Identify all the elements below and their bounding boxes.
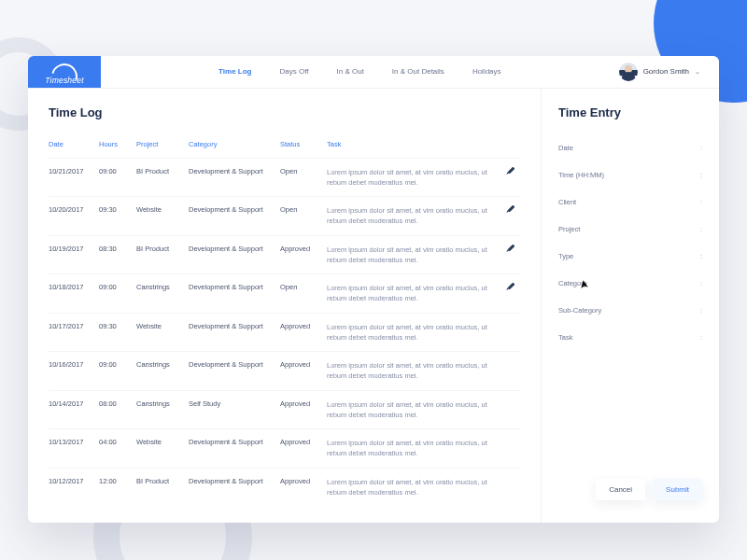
time-log-panel: Time Log Date Hours Project Category Sta…: [28, 89, 542, 524]
cell-edit: [503, 468, 520, 506]
col-task[interactable]: Task: [327, 134, 503, 159]
form-field-client[interactable]: Client:: [558, 189, 702, 216]
cell-edit: [503, 313, 520, 352]
cell-edit[interactable]: [503, 197, 520, 236]
cell-category: Development & Support: [189, 429, 280, 469]
submit-button[interactable]: Submit: [653, 479, 702, 500]
form-field-category[interactable]: Category:: [558, 270, 702, 297]
col-category[interactable]: Category: [189, 134, 280, 159]
cell-status: Approved: [280, 313, 327, 352]
cell-project: Website: [136, 197, 189, 236]
cell-date: 10/16/2017: [49, 352, 99, 391]
form-field-date[interactable]: Date:: [558, 134, 702, 161]
table-row[interactable]: 10/12/201712:00BI ProductDevelopment & S…: [49, 468, 520, 506]
cell-task: Lorem ipsum dolor sit amet, at vim orati…: [327, 313, 503, 352]
table-row[interactable]: 10/16/201709:00CanstringsDevelopment & S…: [49, 352, 520, 391]
cell-category: Development & Support: [189, 468, 280, 506]
cell-task: Lorem ipsum dolor sit amet, at vim orati…: [327, 429, 503, 469]
cell-hours: 12:00: [99, 468, 136, 506]
cell-hours: 08:00: [99, 390, 136, 429]
avatar: [619, 63, 638, 81]
col-status[interactable]: Status: [280, 134, 327, 159]
field-label: Category: [558, 279, 586, 287]
cell-task: Lorem ipsum dolor sit amet, at vim orati…: [327, 468, 503, 506]
field-label: Date: [558, 144, 573, 152]
form-field-sub-category[interactable]: Sub-Category:: [558, 297, 702, 324]
form-field-task[interactable]: Task:: [558, 324, 702, 351]
cell-status: Approved: [280, 468, 327, 506]
nav-item-time-log[interactable]: Time Log: [218, 67, 251, 76]
pencil-icon[interactable]: [504, 203, 516, 216]
content: Time Log Date Hours Project Category Sta…: [28, 89, 719, 524]
cell-category: Development & Support: [189, 158, 280, 197]
table-row[interactable]: 10/18/201709:00CanstringsDevelopment & S…: [49, 274, 520, 314]
time-entry-panel: Time Entry Date:Time (HH:MM):Client:Proj…: [542, 89, 719, 524]
table-row[interactable]: 10/13/201704:00WebsiteDevelopment & Supp…: [49, 429, 520, 469]
cell-status: Approved: [280, 429, 327, 469]
cell-date: 10/21/2017: [49, 158, 99, 197]
cell-hours: 09:30: [99, 313, 136, 352]
cell-status: Open: [280, 274, 327, 314]
field-value: :: [700, 144, 702, 152]
cell-hours: 09:00: [99, 274, 136, 314]
pencil-icon[interactable]: [504, 281, 516, 293]
nav-item-days-off[interactable]: Days Off: [280, 67, 309, 76]
col-hours[interactable]: Hours: [99, 134, 136, 159]
field-label: Sub-Category: [558, 306, 601, 315]
side-title: Time Entry: [558, 105, 702, 119]
cell-task: Lorem ipsum dolor sit amet, at vim orati…: [327, 235, 503, 274]
nav-item-in-out-details[interactable]: In & Out Details: [392, 67, 444, 76]
form-field-type[interactable]: Type:: [558, 243, 702, 270]
form-actions: Cancel Submit: [558, 479, 702, 506]
cell-hours: 04:00: [99, 429, 136, 469]
pencil-icon[interactable]: [504, 243, 516, 255]
form-field-time-hh-mm-[interactable]: Time (HH:MM):: [558, 161, 702, 189]
nav-item-holidays[interactable]: Holidays: [472, 67, 501, 76]
cell-date: 10/20/2017: [49, 197, 99, 236]
table-row[interactable]: 10/21/201709:00BI ProductDevelopment & S…: [49, 158, 520, 197]
cell-task: Lorem ipsum dolor sit amet, at vim orati…: [327, 197, 503, 236]
cell-category: Development & Support: [189, 197, 280, 236]
cell-category: Development & Support: [189, 235, 280, 274]
cell-date: 10/19/2017: [49, 235, 99, 274]
table-row[interactable]: 10/19/201708:30BI ProductDevelopment & S…: [49, 235, 520, 274]
nav-item-in-out[interactable]: In & Out: [336, 67, 363, 76]
field-label: Time (HH:MM): [558, 171, 604, 179]
cancel-button[interactable]: Cancel: [596, 479, 645, 500]
field-value: :: [700, 306, 702, 315]
user-menu[interactable]: Gordon Smith ⌄: [619, 56, 719, 88]
col-project[interactable]: Project: [136, 134, 189, 159]
pencil-icon[interactable]: [504, 165, 516, 177]
field-value: :: [700, 225, 702, 233]
chevron-down-icon: ⌄: [695, 68, 700, 76]
field-label: Type: [558, 252, 573, 260]
cell-date: 10/14/2017: [49, 390, 99, 429]
table-row[interactable]: 10/14/201708:00CanstringsSelf StudyAppro…: [49, 390, 520, 429]
cell-category: Development & Support: [189, 313, 280, 352]
cell-edit[interactable]: [503, 235, 520, 274]
field-label: Client: [558, 198, 576, 206]
cell-hours: 08:30: [99, 235, 136, 274]
cell-status: Open: [280, 158, 327, 197]
table-row[interactable]: 10/17/201709:30WebsiteDevelopment & Supp…: [49, 313, 520, 352]
cell-hours: 09:30: [99, 197, 136, 236]
cell-status: Approved: [280, 352, 327, 391]
col-date[interactable]: Date: [49, 134, 99, 159]
header: Timesheet Time LogDays OffIn & OutIn & O…: [28, 56, 719, 89]
cell-category: Development & Support: [189, 352, 280, 391]
cell-status: Approved: [280, 235, 327, 274]
cell-edit[interactable]: [503, 158, 520, 197]
field-value: :: [700, 252, 702, 260]
field-label: Project: [558, 225, 580, 233]
table-row[interactable]: 10/20/201709:30WebsiteDevelopment & Supp…: [49, 197, 520, 236]
cell-project: BI Product: [136, 235, 189, 274]
cell-edit[interactable]: [503, 274, 520, 314]
cell-task: Lorem ipsum dolor sit amet, at vim orati…: [327, 352, 503, 391]
cell-date: 10/18/2017: [49, 274, 99, 314]
logo[interactable]: Timesheet: [28, 56, 101, 88]
cell-project: Website: [136, 313, 189, 352]
form-field-project[interactable]: Project:: [558, 216, 702, 243]
field-label: Task: [558, 333, 572, 342]
field-value: :: [700, 171, 702, 179]
page-title: Time Log: [49, 105, 520, 119]
